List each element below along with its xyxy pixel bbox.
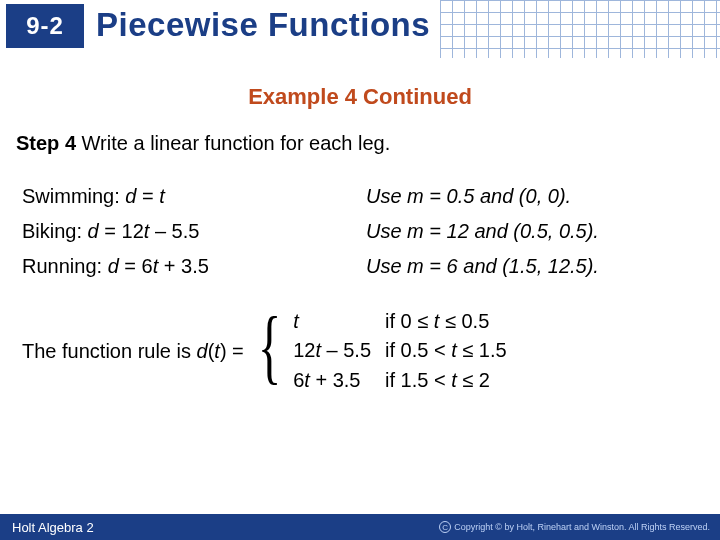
leg-eq-mid: = [136,185,159,207]
rule-intro: The function rule is [22,340,197,362]
piece-expr: t [293,310,371,333]
function-rule: The function rule is d(t) = { t if 0 ≤ t… [22,310,698,392]
legs-table: Swimming: d = t Use m = 0.5 and (0, 0). … [22,185,698,278]
leg-eq-var-d: d [88,220,99,242]
footer-book-title: Holt Algebra 2 [12,520,94,535]
piecewise-table: t if 0 ≤ t ≤ 0.5 12t – 5.5 if 0.5 < t ≤ … [293,310,506,392]
rule-fn-close: ) = [220,340,244,362]
piece-cond-pre: if 1.5 < [385,369,451,391]
piece-cond: if 0.5 < t ≤ 1.5 [385,339,507,362]
step-text: Write a linear function for each leg. [82,132,391,154]
copyright-icon: C [439,521,451,533]
leg-eq-post: – 5.5 [149,220,199,242]
leg-name: Biking: [22,220,82,242]
step-instruction: Step 4 Write a linear function for each … [16,132,704,155]
left-brace-icon: { [258,306,282,388]
lesson-number-badge: 9-2 [6,4,84,48]
slide-content: Step 4 Write a linear function for each … [0,132,720,392]
leg-swimming: Swimming: d = t [22,185,354,208]
footer-copyright: CCopyright © by Holt, Rinehart and Winst… [439,521,710,533]
leg-biking: Biking: d = 12t – 5.5 [22,220,354,243]
piecewise-brace-group: { t if 0 ≤ t ≤ 0.5 12t – 5.5 if 0.5 < t … [250,310,507,392]
piece-cond: if 0 ≤ t ≤ 0.5 [385,310,507,333]
leg-eq-mid: = 12 [99,220,144,242]
piece-expr: 12t – 5.5 [293,339,371,362]
leg-running-hint: Use m = 6 and (1.5, 12.5). [366,255,698,278]
piece-expr-post: + 3.5 [310,369,361,391]
slide-footer: Holt Algebra 2 CCopyright © by Holt, Rin… [0,514,720,540]
rule-fn-name: d [197,340,208,362]
slide-title: Piecewise Functions [96,6,430,44]
piece-cond-pre: if 0.5 < [385,339,451,361]
step-label: Step 4 [16,132,76,154]
leg-biking-hint: Use m = 12 and (0.5, 0.5). [366,220,698,243]
leg-eq-var-t: t [159,185,165,207]
slide-header: 9-2 Piecewise Functions [0,0,720,58]
piece-cond-post: ≤ 1.5 [457,339,507,361]
piece-expr-pre: 12 [293,339,315,361]
piece-expr-pre: 6 [293,369,304,391]
leg-eq-var-d: d [125,185,136,207]
leg-name: Running: [22,255,102,277]
piece-cond-post: ≤ 0.5 [439,310,489,332]
leg-eq-mid: = 6 [119,255,153,277]
leg-eq-post: + 3.5 [158,255,209,277]
grid-decoration [440,0,720,58]
piece-cond-pre: if 0 ≤ [385,310,434,332]
rule-intro-wrap: The function rule is d(t) = [22,340,244,363]
leg-swimming-hint: Use m = 0.5 and (0, 0). [366,185,698,208]
example-heading: Example 4 Continued [0,84,720,110]
piece-cond-post: ≤ 2 [457,369,490,391]
piece-expr: 6t + 3.5 [293,369,371,392]
leg-running: Running: d = 6t + 3.5 [22,255,354,278]
copyright-text: Copyright © by Holt, Rinehart and Winsto… [454,522,710,532]
piece-cond: if 1.5 < t ≤ 2 [385,369,507,392]
piece-expr-post: – 5.5 [321,339,371,361]
leg-eq-var-d: d [108,255,119,277]
leg-name: Swimming: [22,185,120,207]
piece-expr-var: t [293,310,299,332]
